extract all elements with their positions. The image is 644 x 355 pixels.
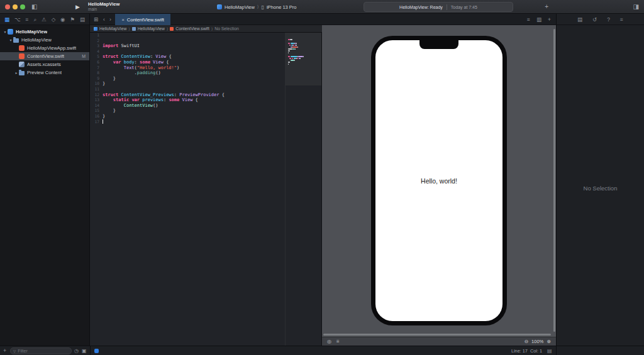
code-text: import SwiftUI	[103, 43, 140, 49]
line-number[interactable]: 4	[90, 49, 103, 55]
disclosure-icon[interactable]: ▸	[14, 70, 19, 75]
file-row-hellomapview[interactable]: ▾HelloMapView	[0, 36, 89, 44]
navigator-strip: ▦⌥≡⌕⚠◇◉⚑▤	[0, 14, 89, 25]
tab-contentview-swift[interactable]: × ContentView.swift	[115, 14, 170, 25]
zoom-out-button[interactable]: ⊖	[524, 337, 528, 346]
code-editor[interactable]: 123import SwiftUI45struct ContentView: V…	[90, 33, 322, 346]
code-token: padding	[137, 70, 156, 75]
activity-view: HelloMapView: Ready Today at 7:45	[364, 2, 513, 12]
close-icon[interactable]: ×	[121, 17, 125, 23]
bottom-status-icon[interactable]	[94, 349, 99, 353]
split-editor-icon[interactable]: ▥	[536, 16, 541, 23]
line-number[interactable]: 6	[90, 60, 103, 65]
minimap-segment	[288, 52, 289, 53]
zoom-controls: ⊖ 100% ⊕	[524, 337, 551, 346]
issue-navigator-icon[interactable]: ⚠	[42, 14, 47, 25]
filter-field[interactable]: ▽	[10, 347, 72, 354]
inspector-toggle-icon[interactable]: ◨	[633, 0, 639, 14]
back-icon[interactable]: ‹	[103, 14, 105, 25]
add-editor-icon[interactable]: +	[548, 16, 551, 23]
horizontal-scrollbar[interactable]	[323, 334, 551, 336]
report-navigator-icon[interactable]: ▤	[80, 14, 85, 25]
build-status: HelloMapView: Ready	[399, 5, 443, 9]
line-number[interactable]: 1	[90, 33, 103, 38]
preview-pin-icon[interactable]: ◎	[327, 337, 331, 346]
symbol-navigator-icon[interactable]: ≡	[26, 14, 29, 25]
zoom-level[interactable]: 100%	[531, 339, 543, 344]
test-navigator-icon[interactable]: ◇	[52, 14, 56, 25]
minimap-segment	[288, 48, 292, 50]
minimap[interactable]	[285, 33, 321, 346]
file-row-hellomapviewapp-swift[interactable]: HelloMapViewApp.swift	[0, 44, 89, 52]
scheme-name[interactable]: HelloMapView	[225, 4, 255, 10]
vertical-scrollbar[interactable]	[553, 29, 555, 332]
run-button[interactable]: ▶	[75, 0, 80, 14]
code-token: {	[166, 54, 171, 59]
code-text: struct ContentView: View {	[103, 54, 172, 60]
code-token	[103, 103, 124, 108]
breadcrumb-item-selection[interactable]: No Selection	[214, 26, 239, 31]
code-token: some	[140, 60, 150, 65]
line-number[interactable]: 16	[90, 114, 103, 119]
file-inspector-icon[interactable]: ▤	[577, 16, 582, 23]
disclosure-icon[interactable]: ▾	[3, 30, 8, 34]
file-row-assets-xcassets[interactable]: Assets.xcassets	[0, 60, 89, 68]
file-row-contentview-swift[interactable]: ContentView.swiftM	[0, 52, 89, 60]
zoom-window-button[interactable]	[20, 4, 25, 9]
line-number[interactable]: 11	[90, 87, 103, 92]
zoom-in-button[interactable]: ⊕	[547, 337, 551, 346]
breadcrumb-item-project[interactable]: HelloMapView	[99, 26, 126, 31]
filter-input[interactable]	[18, 349, 69, 353]
navigator-toggle-icon[interactable]: ◧	[31, 0, 37, 14]
quick-help-inspector-icon[interactable]: ?	[607, 16, 610, 23]
run-destination[interactable]: iPhone 13 Pro	[267, 4, 297, 10]
line-number[interactable]: 15	[90, 108, 103, 114]
iphone-13-pro-preview[interactable]: Hello, world!	[371, 36, 507, 325]
breadcrumb-item-file[interactable]: ContentView.swift	[175, 26, 209, 31]
add-file-button[interactable]: +	[3, 346, 6, 355]
line-number[interactable]: 14	[90, 103, 103, 109]
related-items-icon[interactable]: ⊞	[94, 14, 98, 25]
file-row-preview-content[interactable]: ▸Preview Content	[0, 68, 89, 77]
history-inspector-icon[interactable]: ↺	[592, 16, 597, 23]
xcode-window: ◧ ▶ HelloMapView main HelloMapView ⟩ ▯ i…	[0, 0, 644, 355]
code-token: }	[103, 114, 105, 119]
preview-list-icon[interactable]: ≡	[336, 337, 340, 346]
line-number[interactable]: 7	[90, 65, 103, 71]
preview-toolbar: ◎ ≡ ⊖ 100% ⊕	[322, 337, 556, 346]
forward-icon[interactable]: ›	[109, 14, 111, 25]
line-number[interactable]: 3	[90, 43, 103, 49]
minimize-window-button[interactable]	[13, 4, 18, 9]
editor-settings-icon[interactable]: ▤	[547, 346, 552, 355]
disclosure-icon[interactable]: ▾	[8, 38, 13, 42]
recent-files-filter-icon[interactable]: ◷	[74, 346, 79, 355]
source-control-filter-icon[interactable]: ▣	[82, 346, 87, 355]
breakpoint-navigator-icon[interactable]: ⚑	[70, 14, 75, 25]
attributes-inspector-icon[interactable]: ≡	[620, 16, 623, 23]
minimap-segment	[288, 62, 290, 63]
debug-navigator-icon[interactable]: ◉	[60, 14, 65, 25]
code-token: :	[135, 60, 140, 65]
find-navigator-icon[interactable]: ⌕	[33, 14, 36, 25]
line-number[interactable]: 5	[90, 54, 103, 60]
code-token: {	[192, 97, 197, 102]
line-number[interactable]: 17	[90, 119, 103, 125]
line-number[interactable]: 12	[90, 92, 103, 98]
code-token: Text	[124, 65, 135, 70]
library-button[interactable]: +	[545, 0, 548, 14]
line-number[interactable]: 8	[90, 70, 103, 76]
device-icon: ▯	[262, 4, 264, 10]
line-number[interactable]: 9	[90, 76, 103, 82]
code-text: }	[103, 81, 105, 87]
source-control-navigator-icon[interactable]: ⌥	[14, 14, 21, 25]
file-row-hellomapview[interactable]: ▾HelloMapView	[0, 28, 89, 36]
line-number[interactable]: 10	[90, 81, 103, 87]
line-number[interactable]: 13	[90, 97, 103, 103]
close-window-button[interactable]	[5, 4, 10, 9]
project-navigator-icon[interactable]: ▦	[4, 14, 9, 25]
line-number[interactable]: 2	[90, 38, 103, 44]
minimap-segment	[296, 43, 297, 44]
adjust-editor-options-icon[interactable]: ≡	[527, 16, 530, 23]
scheme-selector[interactable]: HelloMapView ⟩ ▯ iPhone 13 Pro	[217, 0, 297, 14]
breadcrumb-item-group[interactable]: HelloMapView	[138, 26, 165, 31]
